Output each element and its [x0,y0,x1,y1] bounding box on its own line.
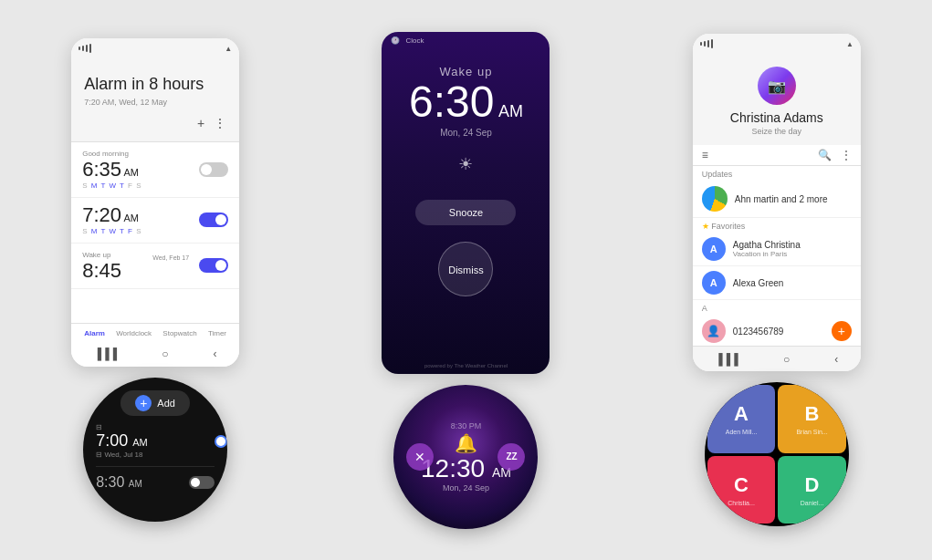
profile-status: Seize the day [702,127,852,136]
right-watch: A Aden Mill... B Brian Sin... C Christia… [705,382,849,526]
alarm-hero-subtitle: 7:20 AM, Wed, 12 May [84,98,226,107]
alarm-item-635: Good morning 6:35 AM S M T W T F S [71,142,239,198]
contact-number: 0123456789 [733,327,784,337]
updates-section-label: Updates [693,166,861,181]
tab-stopwatch[interactable]: Stopwatch [162,329,196,337]
alarm-item-720: 7:20 AM S M T W T F S [71,198,239,244]
plus-icon: + [135,395,152,411]
add-label: Add [157,398,175,409]
left-watch: + Add ⊟ 7:00 AM ⊟ Wed, Jul 18 [83,378,227,522]
contact-name-alexa: Alexa Green [733,278,784,288]
profile-name: Christina Adams [702,110,852,125]
wake-time: 6:30 AM [382,80,550,124]
right-phone-status-bar: ▲ [693,34,861,54]
mid-phone-status: 🕐 Clock [382,32,550,50]
clock-tab-bar: Alarm Worldclock Stopwatch Timer [71,323,239,339]
alarm-toggle-1[interactable] [199,162,228,177]
wake-time-ampm: AM [498,102,523,120]
signal-icon-right [700,39,713,48]
profile-avatar: 📷 [758,67,796,105]
nav-home-icon-right[interactable]: ○ [783,353,790,366]
more-options-icon[interactable]: ⋮ [214,116,226,130]
watch-alarm-sub: ⊟ Wed, Jul 18 [96,451,215,459]
nav-back-icon-right[interactable]: ‹ [834,353,838,366]
more-icon[interactable]: ⋮ [841,149,852,161]
mid-phone: 🕐 Clock Wake up 6:30 AM Mon, 24 Sep ☀ Sn… [382,32,550,374]
watch-mid-date: Mon, 24 Sep [443,483,489,493]
wake-label: Wake up [382,65,550,78]
add-alarm-icon[interactable]: + [197,116,204,130]
clock-small-icon: 🕐 [391,36,400,45]
watch-mid-content: 8:30 PM 🔔 12:30 AM Mon, 24 Sep ✕ ZZ [393,385,538,529]
wake-time-digits: 6:30 [409,78,494,126]
wifi-icon-right: ▲ [846,40,853,48]
alarm-label-1: Good morning [82,150,228,158]
contact-info-agatha: Agatha Christina Vacation in Paris [733,240,801,258]
update-pie-icon [702,186,728,212]
contact-item-agatha[interactable]: A Agatha Christina Vacation in Paris [693,233,861,266]
alarm-day-label-3: Wed, Feb 17 [152,254,189,261]
right-phone: ▲ 📷 Christina Adams Seize the day ≡ 🔍 ⋮ … [693,34,861,371]
contact-avatar-number: 👤 [702,319,726,343]
alarm-toggle-3[interactable] [199,258,228,273]
signal-icon [79,44,91,53]
watch-contact-a[interactable]: A Aden Mill... [707,385,776,453]
tab-worldclock[interactable]: Worldclock [116,329,152,337]
watch-dismiss-button[interactable]: ✕ [406,443,434,471]
alarm-hero-title: Alarm in 8 hours [84,75,226,95]
watch-alarm-time: 7:00 AM [96,431,215,451]
menu-icon[interactable]: ≡ [702,149,708,161]
weather-sun-icon: ☀ [382,154,550,174]
powered-by-label: powered by The Weather Channel [382,363,550,368]
watch-toggle-2[interactable] [189,476,215,489]
right-phone-nav: ▐▐▐ ○ ‹ [693,346,861,371]
contact-info-alexa: Alexa Green [733,278,784,288]
tab-alarm[interactable]: Alarm [84,329,105,337]
wifi-icon: ▲ [225,45,232,53]
watch-contact-c[interactable]: C Christia... [707,456,776,524]
nav-home-icon[interactable]: ○ [162,347,168,360]
left-phone-status-bar: ▲ [71,38,239,58]
alarm-time-1: 6:35 AM [82,160,139,180]
watch-alarm-row-2: 8:30 AM [96,471,215,494]
update-contact-name: Ahn martin and 2 more [735,194,828,204]
contact-avatar-agatha: A [702,237,726,261]
search-icon[interactable]: 🔍 [818,149,832,161]
watch-alarm-row-1: ⊟ 7:00 AM ⊟ Wed, Jul 18 [96,420,215,462]
nav-recent-icon-right[interactable]: ▐▐▐ [715,353,738,366]
alarm-item-845: Wake up 8:45 Wed, Feb 17 [71,244,239,289]
watch-snooze-button[interactable]: ZZ [497,443,525,471]
mid-column: 🕐 Clock Wake up 6:30 AM Mon, 24 Sep ☀ Sn… [382,32,550,529]
wake-date: Mon, 24 Sep [382,128,550,138]
favorites-section-label: ★ Favorites [693,218,861,233]
alarm-bell-icon: ⊟ [96,423,102,431]
watch-alarm-icon-row: ⊟ [96,423,215,431]
tab-timer[interactable]: Timer [208,329,226,337]
contact-sub-agatha: Vacation in Paris [733,250,801,258]
right-column: ▲ 📷 Christina Adams Seize the day ≡ 🔍 ⋮ … [693,34,861,526]
contact-item-alexa[interactable]: A Alexa Green [693,266,861,300]
star-icon: ★ [702,222,709,231]
watch-add-button[interactable]: + Add [120,390,190,416]
snooze-button[interactable]: Snooze [415,200,516,225]
contact-item-number[interactable]: 👤 0123456789 + [693,315,861,348]
watch-contact-b[interactable]: B Brian Sin... [778,385,846,453]
alarm-ampm-1: AM [121,167,139,178]
watch-alarm-bell-icon: 🔔 [455,432,477,454]
mid-watch: 8:30 PM 🔔 12:30 AM Mon, 24 Sep ✕ ZZ [393,385,538,529]
contact-name-agatha: Agatha Christina [733,240,801,250]
dismiss-button[interactable]: Dismiss [438,242,493,296]
alarm-toggle-2[interactable] [199,213,228,227]
add-contact-button[interactable]: + [832,321,852,341]
alarm-hero: Alarm in 8 hours 7:20 AM, Wed, 12 May + … [71,58,239,142]
zz-icon: ZZ [506,451,517,461]
alarm-days-1: S M T W T F S [82,181,228,190]
left-phone: ▲ Alarm in 8 hours 7:20 AM, Wed, 12 May … [71,38,239,367]
watch-toggle-1[interactable] [215,435,227,448]
nav-recent-icon[interactable]: ▐▐▐ [94,347,118,360]
nav-back-icon[interactable]: ‹ [214,347,217,360]
watch-alarm-time-2: 8:30 AM [96,474,142,491]
watch-contact-d[interactable]: D Daniel... [778,456,846,524]
alarm-time-2: 7:20 AM [82,205,139,225]
x-icon: ✕ [414,450,425,464]
